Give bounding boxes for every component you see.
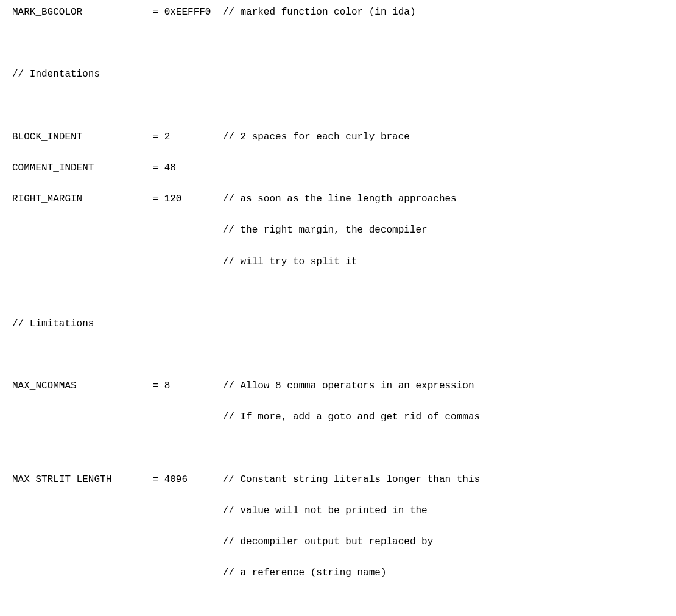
config-line-mark-bgcolor: MARK_BGCOLOR = 0xEEFFF0 // marked functi… — [12, 5, 664, 21]
blank-line — [12, 441, 664, 457]
blank-line — [12, 348, 664, 363]
comment-continuation: // value will not be printed in the — [12, 503, 664, 519]
config-file-snippet: MARK_BGCOLOR = 0xEEFFF0 // marked functi… — [12, 5, 664, 616]
config-line-comment-indent: COMMENT_INDENT = 48 — [12, 161, 664, 177]
config-line-max-ncommas: MAX_NCOMMAS = 8 // Allow 8 comma operato… — [12, 379, 664, 394]
blank-line — [12, 285, 664, 301]
comment-continuation: // will try to split it — [12, 254, 664, 270]
config-line-block-indent: BLOCK_INDENT = 2 // 2 spaces for each cu… — [12, 130, 664, 145]
comment-continuation: // a reference (string name) — [12, 565, 664, 581]
comment-continuation: // decompiler output but replaced by — [12, 534, 664, 550]
comment-indentations: // Indentations — [12, 67, 664, 83]
comment-continuation: // If more, add a goto and get rid of co… — [12, 410, 664, 425]
comment-limitations: // Limitations — [12, 317, 664, 332]
blank-line — [12, 597, 664, 613]
blank-line — [12, 99, 664, 114]
config-line-right-margin: RIGHT_MARGIN = 120 // as soon as the lin… — [12, 192, 664, 208]
code-block: MARK_BGCOLOR = 0xEEFFF0 // marked functi… — [12, 5, 664, 616]
config-line-max-strlit-length: MAX_STRLIT_LENGTH = 4096 // Constant str… — [12, 472, 664, 488]
blank-line — [12, 36, 664, 52]
comment-continuation: // the right margin, the decompiler — [12, 223, 664, 239]
